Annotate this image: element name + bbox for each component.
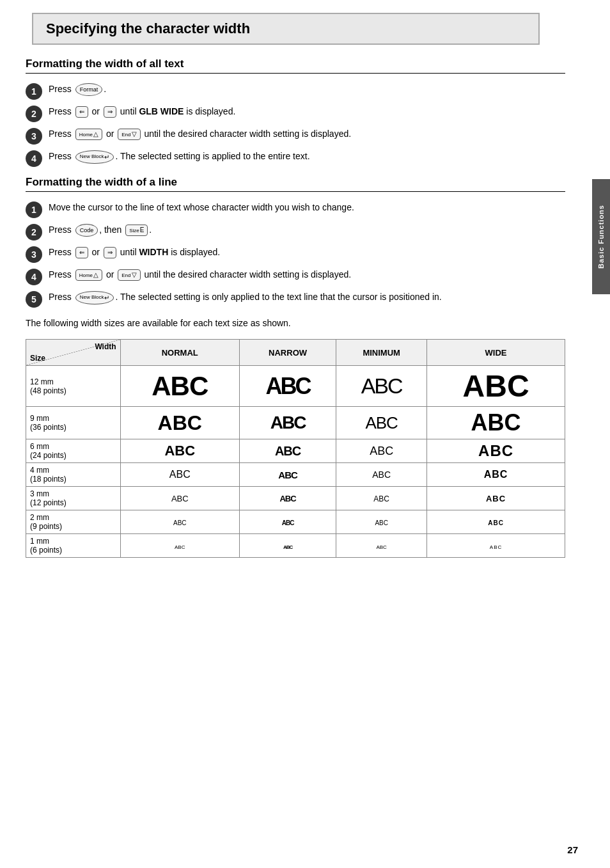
size-label-6mm: 6 mm(24 points)	[26, 439, 121, 463]
section-1-divider	[26, 73, 565, 74]
step-1-2-text: Press ⇐ or ⇒ until GLB WIDE is displayed…	[49, 105, 565, 118]
table-note: The following width sizes are available …	[26, 317, 565, 330]
down-key-2: End▽	[118, 269, 140, 281]
step-1-3: 3 Press Home△ or End▽ until the desired …	[26, 127, 565, 145]
step-2-number-1: 1	[26, 201, 42, 218]
abc-3mm-narrow: ABC	[239, 487, 336, 510]
abc-2mm-min: ABC	[336, 510, 427, 534]
abc-4mm-min: ABC	[336, 463, 427, 487]
main-content: Specifying the character width Formattin…	[26, 13, 584, 558]
abc-9mm-min: ABC	[336, 407, 427, 439]
abc-6mm-min: ABC	[336, 439, 427, 463]
step-2-4-text: Press Home△ or End▽ until the desired ch…	[49, 268, 565, 281]
step-2-5: 5 Press New Block↵. The selected setting…	[26, 290, 565, 308]
size-label-9mm: 9 mm(36 points)	[26, 407, 121, 439]
abc-4mm-narrow: ABC	[239, 463, 336, 487]
table-row: 2 mm(9 points) ABC ABC ABC ABC	[26, 510, 565, 534]
page-container: Basic Functions Specifying the character…	[0, 0, 610, 868]
up-key: Home△	[75, 129, 102, 140]
step-1-1-text: Press Format.	[49, 83, 565, 96]
step-2-1: 1 Move the cursor to the line of text wh…	[26, 201, 565, 218]
table-corner-header: Width Size	[26, 340, 121, 366]
abc-3mm-normal: ABC	[120, 487, 239, 510]
table-row: 6 mm(24 points) ABC ABC ABC ABC	[26, 439, 565, 463]
arrow-right-key: ⇒	[104, 106, 116, 118]
abc-12mm-narrow: ABC	[239, 366, 336, 407]
step-2-number-5: 5	[26, 291, 42, 308]
step-1-1: 1 Press Format.	[26, 83, 565, 100]
up-key-2: Home△	[75, 269, 102, 281]
abc-1mm-narrow: ABC	[239, 534, 336, 558]
enter-key-1: New Block↵	[75, 150, 114, 164]
step-number-2: 2	[26, 106, 42, 122]
abc-12mm-normal: ABC	[120, 366, 239, 407]
size-label-1mm: 1 mm(6 points)	[26, 534, 121, 558]
abc-9mm-normal: ABC	[120, 407, 239, 439]
step-2-5-text: Press New Block↵. The selected setting i…	[49, 290, 565, 304]
size-label-2mm: 2 mm(9 points)	[26, 510, 121, 534]
abc-9mm-wide: ABC	[427, 407, 565, 439]
table-row: 4 mm(18 points) ABC ABC ABC ABC	[26, 463, 565, 487]
e-key: SizeE	[125, 225, 148, 236]
section-2-steps: 1 Move the cursor to the line of text wh…	[26, 201, 565, 308]
col-narrow: NARROW	[239, 340, 336, 366]
section-2-divider	[26, 191, 565, 192]
side-tab: Basic Functions	[592, 179, 610, 294]
col-minimum: MINIMUM	[336, 340, 427, 366]
abc-6mm-wide: ABC	[427, 439, 565, 463]
size-label-4mm: 4 mm(18 points)	[26, 463, 121, 487]
section-1: Formatting the width of all text 1 Press…	[26, 58, 565, 167]
step-1-2: 2 Press ⇐ or ⇒ until GLB WIDE is display…	[26, 105, 565, 122]
corner-top: Width	[30, 342, 116, 351]
step-number-3: 3	[26, 128, 42, 145]
page-number: 27	[567, 844, 578, 855]
step-2-2-text: Press Code, then SizeE.	[49, 223, 565, 237]
abc-1mm-wide: ABC	[427, 534, 565, 558]
step-2-number-3: 3	[26, 246, 42, 263]
step-1-3-text: Press Home△ or End▽ until the desired ch…	[49, 127, 565, 141]
abc-3mm-min: ABC	[336, 487, 427, 510]
abc-12mm-min: ABC	[336, 366, 427, 407]
table-row: 1 mm(6 points) ABC ABC ABC ABC	[26, 534, 565, 558]
abc-1mm-min: ABC	[336, 534, 427, 558]
abc-4mm-normal: ABC	[120, 463, 239, 487]
step-2-3-text: Press ⇐ or ⇒ until WIDTH is displayed.	[49, 246, 565, 259]
step-2-1-text: Move the cursor to the line of text whos…	[49, 201, 565, 214]
col-normal: NORMAL	[120, 340, 239, 366]
abc-4mm-wide: ABC	[427, 463, 565, 487]
down-key: End▽	[118, 129, 140, 140]
table-row: 12 mm(48 points) ABC ABC ABC ABC	[26, 366, 565, 407]
section-2-heading: Formatting the width of a line	[26, 176, 565, 189]
section-1-steps: 1 Press Format. 2 Press ⇐ or ⇒ until GLB…	[26, 83, 565, 167]
page-header: Specifying the character width	[32, 13, 540, 45]
step-number-4: 4	[26, 150, 42, 167]
step-2-number-4: 4	[26, 269, 42, 285]
width-table: Width Size NORMAL NARROW MINIMUM WIDE 12…	[26, 339, 565, 558]
size-label-3mm: 3 mm(12 points)	[26, 487, 121, 510]
format-key: Format	[75, 83, 103, 96]
step-2-2: 2 Press Code, then SizeE.	[26, 223, 565, 241]
step-2-number-2: 2	[26, 224, 42, 241]
size-label-12mm: 12 mm(48 points)	[26, 366, 121, 407]
table-row: 3 mm(12 points) ABC ABC ABC ABC	[26, 487, 565, 510]
arrow-left-key: ⇐	[75, 106, 88, 118]
side-tab-label: Basic Functions	[597, 205, 605, 269]
arrow-left-key-2: ⇐	[75, 247, 88, 258]
section-2: Formatting the width of a line 1 Move th…	[26, 176, 565, 308]
section-1-heading: Formatting the width of all text	[26, 58, 565, 70]
step-1-4-text: Press New Block↵. The selected setting i…	[49, 150, 565, 164]
enter-key-2: New Block↵	[75, 291, 114, 304]
abc-12mm-wide: ABC	[427, 366, 565, 407]
table-row: 9 mm(36 points) ABC ABC ABC ABC	[26, 407, 565, 439]
step-2-4: 4 Press Home△ or End▽ until the desired …	[26, 268, 565, 285]
abc-3mm-wide: ABC	[427, 487, 565, 510]
abc-6mm-narrow: ABC	[239, 439, 336, 463]
abc-9mm-narrow: ABC	[239, 407, 336, 439]
col-wide: WIDE	[427, 340, 565, 366]
page-title: Specifying the character width	[46, 20, 526, 37]
step-2-3: 3 Press ⇐ or ⇒ until WIDTH is displayed.	[26, 246, 565, 263]
abc-2mm-normal: ABC	[120, 510, 239, 534]
abc-2mm-wide: ABC	[427, 510, 565, 534]
step-1-4: 4 Press New Block↵. The selected setting…	[26, 150, 565, 167]
arrow-right-key-2: ⇒	[104, 247, 116, 258]
